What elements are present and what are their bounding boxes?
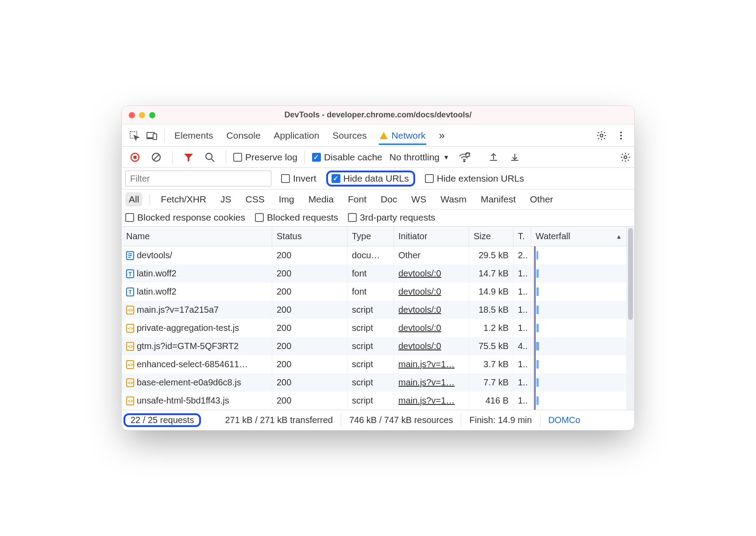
disable-cache-checkbox[interactable] — [312, 153, 321, 162]
hide-extension-urls-toggle[interactable]: Hide extension URLs — [425, 173, 524, 184]
col-status[interactable]: Status — [272, 227, 347, 246]
clear-icon[interactable] — [147, 148, 165, 166]
tab-elements[interactable]: Elements — [174, 126, 214, 145]
request-waterfall — [531, 337, 627, 355]
table-row[interactable]: <>gtm.js?id=GTM-5QF3RT2200scriptdevtools… — [122, 337, 627, 355]
more-options-icon[interactable] — [612, 127, 630, 144]
scroll-thumb[interactable] — [628, 228, 633, 320]
table-row[interactable]: <>unsafe-html-5bd1ff43.js200scriptmain.j… — [122, 392, 627, 410]
tab-network[interactable]: Network — [379, 126, 426, 145]
table-row[interactable]: Tlatin.woff2200fontdevtools/:014.7 kB1.. — [122, 264, 627, 283]
request-initiator[interactable]: main.js?v=1… — [394, 392, 469, 410]
chip-img[interactable]: Img — [275, 192, 298, 206]
request-size: 14.7 kB — [469, 264, 513, 283]
chip-ws[interactable]: WS — [408, 192, 430, 206]
blocked-cookies-checkbox[interactable] — [125, 213, 134, 222]
preserve-log-toggle[interactable]: Preserve log — [233, 152, 297, 163]
filter-icon[interactable] — [180, 148, 197, 166]
chip-js[interactable]: JS — [217, 192, 235, 206]
network-settings-icon[interactable] — [617, 148, 634, 166]
col-name[interactable]: Name — [122, 227, 272, 246]
svg-text:<>: <> — [128, 399, 133, 404]
chip-wasm[interactable]: Wasm — [437, 192, 470, 206]
request-size: 29.5 kB — [469, 246, 513, 264]
more-tabs-icon[interactable]: » — [438, 125, 445, 146]
network-toolbar: Preserve log Disable cache No throttling… — [122, 147, 634, 168]
throttling-value: No throttling — [390, 152, 440, 162]
request-size: 18.5 kB — [469, 301, 513, 319]
svg-point-4 — [620, 132, 622, 133]
minimize-icon[interactable] — [139, 112, 145, 118]
disable-cache-toggle[interactable]: Disable cache — [312, 152, 382, 163]
request-waterfall — [531, 392, 627, 410]
chip-other[interactable]: Other — [526, 192, 557, 206]
chip-css[interactable]: CSS — [242, 192, 268, 206]
domcontentloaded-link[interactable]: DOMCo — [540, 414, 588, 426]
blocked-cookies-toggle[interactable]: Blocked response cookies — [125, 212, 245, 223]
hide-data-urls-checkbox[interactable] — [332, 174, 340, 183]
request-initiator[interactable]: devtools/:0 — [394, 283, 469, 301]
table-header: Name Status Type Initiator Size T. Water… — [122, 227, 627, 246]
svg-rect-8 — [134, 155, 137, 159]
table-row[interactable]: <>base-element-e0a9d6c8.js200scriptmain.… — [122, 373, 627, 392]
scrollbar[interactable] — [627, 227, 634, 410]
inspect-icon[interactable] — [125, 127, 143, 144]
request-initiator[interactable]: devtools/:0 — [394, 319, 469, 337]
status-bar: 22 / 25 requests 271 kB / 271 kB transfe… — [122, 410, 634, 430]
svg-point-3 — [600, 134, 603, 136]
requests-table: Name Status Type Initiator Size T. Water… — [122, 227, 634, 410]
table-row[interactable]: <>main.js?v=17a215a7200scriptdevtools/:0… — [122, 301, 627, 319]
invert-checkbox[interactable] — [281, 174, 290, 183]
record-icon[interactable] — [126, 148, 144, 166]
request-initiator[interactable]: main.js?v=1… — [394, 373, 469, 392]
third-party-checkbox[interactable] — [348, 213, 357, 222]
hide-extension-urls-checkbox[interactable] — [425, 174, 434, 183]
device-toolbar-icon[interactable] — [143, 127, 161, 144]
preserve-log-checkbox[interactable] — [233, 153, 242, 162]
table-row[interactable]: devtools/200docu…Other29.5 kB2.. — [122, 246, 627, 264]
close-icon[interactable] — [129, 112, 135, 118]
third-party-toggle[interactable]: 3rd-party requests — [348, 212, 435, 223]
import-har-icon[interactable] — [506, 148, 524, 166]
settings-icon[interactable] — [593, 127, 610, 144]
network-conditions-icon[interactable] — [455, 148, 473, 166]
request-status: 200 — [272, 283, 347, 301]
col-waterfall[interactable]: Waterfall▲ — [531, 227, 627, 246]
hide-data-urls-toggle[interactable]: Hide data URLs — [332, 173, 409, 184]
col-type[interactable]: Type — [347, 227, 394, 246]
col-size[interactable]: Size — [469, 227, 513, 246]
file-type-icon: <> — [126, 396, 134, 406]
search-icon[interactable] — [201, 148, 219, 166]
request-name: unsafe-html-5bd1ff43.js — [137, 396, 229, 406]
table-row[interactable]: Tlatin.woff2200fontdevtools/:014.9 kB1.. — [122, 283, 627, 301]
chip-media[interactable]: Media — [305, 192, 337, 206]
throttling-select[interactable]: No throttling ▼ — [386, 152, 452, 163]
chip-all[interactable]: All — [125, 192, 143, 206]
tab-application[interactable]: Application — [273, 126, 320, 145]
finish-time: Finish: 14.9 min — [461, 414, 540, 426]
request-initiator[interactable]: devtools/:0 — [394, 337, 469, 355]
table-row[interactable]: <>private-aggregation-test.js200scriptde… — [122, 319, 627, 337]
chip-manifest[interactable]: Manifest — [477, 192, 519, 206]
col-time[interactable]: T. — [513, 227, 531, 246]
blocked-requests-checkbox[interactable] — [255, 213, 264, 222]
request-initiator[interactable]: main.js?v=1… — [394, 355, 469, 373]
request-type: script — [347, 319, 394, 337]
tab-sources[interactable]: Sources — [332, 126, 367, 145]
invert-toggle[interactable]: Invert — [281, 173, 316, 184]
export-har-icon[interactable] — [485, 148, 502, 166]
divider — [226, 151, 226, 164]
tab-console[interactable]: Console — [226, 126, 262, 145]
table-row[interactable]: <>enhanced-select-6854611…200scriptmain.… — [122, 355, 627, 373]
request-initiator[interactable]: devtools/:0 — [394, 301, 469, 319]
col-initiator[interactable]: Initiator — [394, 227, 469, 246]
filter-input[interactable] — [125, 171, 271, 186]
zoom-icon[interactable] — [149, 112, 155, 118]
chip-doc[interactable]: Doc — [377, 192, 401, 206]
chip-font[interactable]: Font — [344, 192, 370, 206]
svg-text:<>: <> — [128, 308, 133, 313]
chip-fetchxhr[interactable]: Fetch/XHR — [157, 192, 210, 206]
svg-line-10 — [154, 155, 159, 160]
blocked-requests-toggle[interactable]: Blocked requests — [255, 212, 338, 223]
request-initiator[interactable]: devtools/:0 — [394, 264, 469, 283]
